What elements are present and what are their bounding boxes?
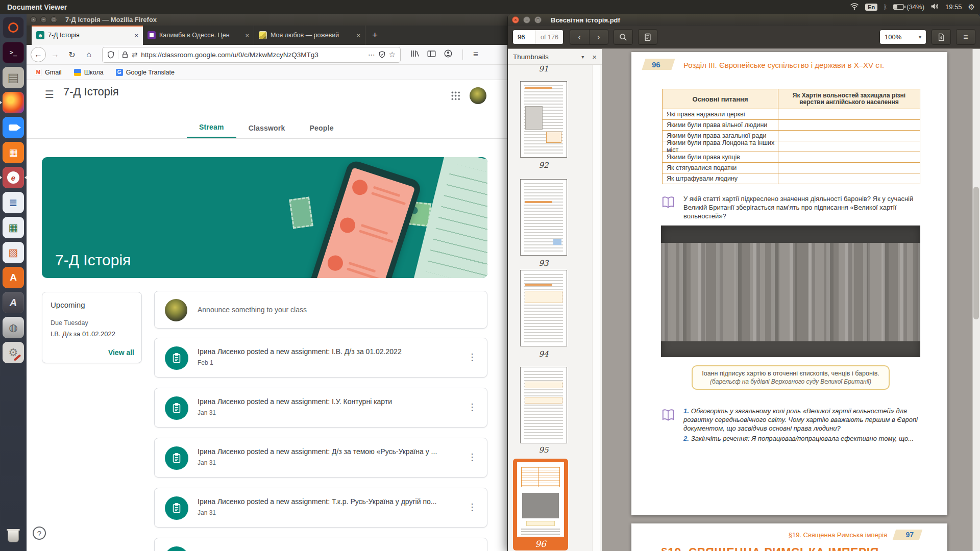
window-maximize-button[interactable]: □ [534, 16, 542, 23]
bookmark-star-icon[interactable]: ☆ [389, 50, 396, 59]
pdf-body: Thumbnails ▾ × 91 92 93 [508, 49, 980, 551]
dock-firefox[interactable] [3, 92, 24, 113]
upcoming-due-item[interactable]: І.В. Д/з за 01.02.2022 [51, 330, 133, 338]
bookmark-gmail[interactable]: M Gmail [35, 69, 62, 76]
account-avatar[interactable] [470, 87, 486, 104]
url-bar[interactable]: ⇄ https://classroom.google.com/u/0/c/Mzk… [102, 47, 401, 63]
thumbnail-page-93[interactable] [520, 179, 567, 256]
dock-aimp[interactable]: A [3, 292, 24, 313]
tab-kalimba[interactable]: Калимба в Одессе. Цен × [143, 26, 254, 45]
thumbnail-page-94[interactable] [520, 270, 567, 346]
system-menu-gear-icon[interactable]: ⚙ [968, 3, 975, 12]
stream-item[interactable]: Ірина Лисенко posted a new assignment: Т… [154, 488, 487, 528]
sidebar-scrollbar[interactable] [592, 65, 600, 551]
thumbnail-page-96-selected[interactable]: 96 [513, 459, 568, 550]
reload-button[interactable]: ↻ [64, 47, 80, 62]
tab-close-icon[interactable]: × [356, 32, 360, 39]
dock-libreoffice-writer[interactable]: ≣ [3, 192, 24, 213]
thumb-mini-photo [522, 493, 559, 518]
dock-libreoffice-impress[interactable]: ▧ [3, 242, 24, 263]
dock-zoom[interactable] [3, 117, 24, 138]
kebab-menu-icon[interactable]: ⋮ [468, 452, 477, 463]
dock-terminal[interactable]: >_ [3, 42, 24, 63]
page-actions-icon[interactable]: ⋯ [368, 51, 375, 59]
clock[interactable]: 19:55 [945, 3, 962, 11]
pdf-menu-button[interactable]: ≡ [956, 29, 975, 45]
kebab-menu-icon[interactable]: ⋮ [468, 352, 477, 363]
tab-close-icon[interactable]: × [134, 32, 138, 39]
pocket-shield-icon[interactable] [379, 51, 385, 58]
bluetooth-icon[interactable]: ᛒ [884, 4, 887, 11]
stream-item[interactable] [154, 538, 487, 551]
sidebar-close-icon[interactable]: × [592, 53, 597, 61]
sidebar-toggle-icon[interactable] [427, 50, 436, 60]
save-button[interactable] [932, 29, 951, 45]
table-cell: Якими були права купців [663, 152, 778, 162]
window-close-button[interactable]: × [512, 16, 519, 23]
table-row: Якими були права Лондона та інших міст [663, 141, 920, 152]
window-minimize-button[interactable]: − [40, 16, 47, 23]
tracking-shield-icon[interactable] [107, 51, 114, 59]
google-apps-grid-icon[interactable] [451, 91, 460, 100]
tab-classwork[interactable]: Classwork [236, 117, 298, 138]
scrollbar-thumb[interactable] [973, 187, 979, 319]
zoom-level-select[interactable]: 100% ▾ [879, 30, 926, 44]
classroom-menu-icon[interactable]: ☰ [45, 88, 54, 101]
dock-ubuntu-software[interactable]: A [3, 267, 24, 288]
dock-trash[interactable] [3, 525, 24, 547]
keyboard-layout-indicator[interactable]: En [865, 4, 877, 11]
announce-placeholder: Announce something to your class [198, 306, 307, 314]
stream-item[interactable]: Ірина Лисенко posted a new assignment: І… [154, 388, 487, 428]
battery-indicator[interactable]: (34%) [893, 3, 924, 11]
search-button[interactable] [614, 29, 633, 45]
stream-item[interactable]: Ірина Лисенко posted a new assignment: І… [154, 338, 487, 378]
window-maximize-button[interactable]: □ [51, 16, 57, 23]
wifi-icon[interactable] [850, 3, 859, 12]
document-scrollbar[interactable] [972, 49, 980, 551]
writer-icon: ≣ [9, 196, 18, 209]
home-button[interactable]: ⌂ [81, 47, 96, 62]
kebab-menu-icon[interactable]: ⋮ [468, 502, 477, 513]
thumbnail-page-92[interactable] [520, 81, 567, 158]
dock-system-tools[interactable]: ⚙ [3, 342, 24, 363]
aimp-icon: A [10, 297, 17, 309]
forward-button[interactable]: → [47, 47, 63, 62]
window-minimize-button[interactable]: − [523, 16, 530, 23]
help-button[interactable]: ? [33, 527, 46, 540]
view-all-link[interactable]: View all [108, 348, 134, 357]
dock-libreoffice-calc[interactable]: ▦ [3, 217, 24, 238]
dock-disks[interactable]: ◍ [3, 317, 24, 338]
volume-icon[interactable] [930, 3, 939, 12]
firefox-menu-icon[interactable]: ≡ [473, 49, 478, 60]
tab-people[interactable]: People [298, 117, 346, 138]
stream-item[interactable]: Ірина Лисенко posted a new assignment: Д… [154, 438, 487, 478]
bookmark-google-translate[interactable]: G Google Translate [116, 69, 175, 76]
next-page-button[interactable]: › [590, 33, 608, 41]
new-tab-button[interactable]: + [365, 26, 384, 45]
charter-table: Основні питання Як Хартія вольностей зах… [662, 89, 920, 184]
thumbnail-page-95[interactable] [520, 367, 567, 443]
window-close-button[interactable]: × [30, 16, 37, 23]
tab-moya-lubov[interactable]: Моя любов — рожевий × [254, 26, 365, 45]
dock-file-manager[interactable]: ▤ [3, 67, 24, 88]
library-icon[interactable] [410, 49, 419, 60]
account-icon[interactable] [444, 49, 452, 60]
dock-document-viewer[interactable]: e [3, 167, 24, 188]
announce-box[interactable]: Announce something to your class [154, 291, 487, 329]
previous-page-button[interactable]: ‹ [570, 33, 589, 41]
annotations-button[interactable] [638, 29, 657, 45]
page-number-input[interactable]: 96 [513, 30, 535, 44]
thumb-label: 94 [520, 349, 567, 359]
dock-calculator[interactable]: ▦ [3, 142, 24, 163]
tab-close-icon[interactable]: × [245, 32, 249, 39]
sidebar-dropdown-icon[interactable]: ▾ [581, 54, 584, 60]
bookmark-school[interactable]: Школа [74, 69, 104, 76]
tab-stream[interactable]: Stream [187, 117, 236, 138]
tab-label: Моя любов — рожевий [271, 32, 339, 39]
lock-icon[interactable] [122, 51, 128, 58]
back-button[interactable]: ← [31, 47, 46, 62]
dock-ubuntu-dash[interactable] [3, 17, 24, 38]
tab-classroom[interactable]: ☻ 7-Д Історія × [32, 26, 143, 45]
kebab-menu-icon[interactable]: ⋮ [468, 402, 477, 413]
permissions-icon[interactable]: ⇄ [132, 51, 137, 59]
